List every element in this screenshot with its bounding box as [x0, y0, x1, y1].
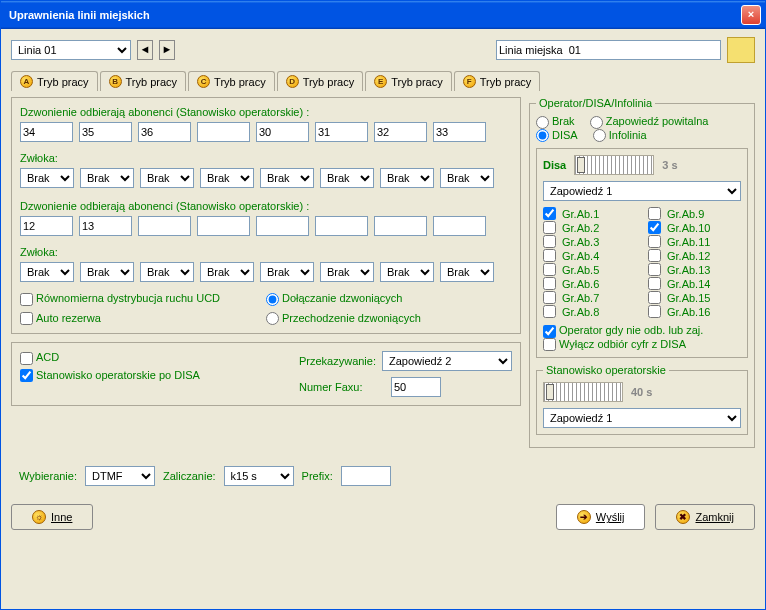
inne-button[interactable]: ☼Inne [11, 504, 93, 530]
ab-2-8[interactable] [433, 216, 486, 236]
radio-dolaczanie[interactable]: Dołączanie dzwoniących [266, 292, 402, 304]
zw-1-1[interactable]: Brak [20, 168, 74, 188]
line-select[interactable]: Linia 01 [11, 40, 131, 60]
zw-2-1[interactable]: Brak [20, 262, 74, 282]
chk-grab-1[interactable]: Gr.Ab.1 [543, 207, 636, 220]
chk-grab-16[interactable]: Gr.Ab.16 [648, 305, 741, 318]
przekaz-label: Przekazywanie: [299, 355, 376, 367]
ab-1-3[interactable] [138, 122, 191, 142]
prev-line-button[interactable]: ◄ [137, 40, 153, 60]
ab-1-1[interactable] [20, 122, 73, 142]
ab-1-4[interactable] [197, 122, 250, 142]
prefix-field[interactable] [341, 466, 391, 486]
ab-2-3[interactable] [138, 216, 191, 236]
chk-grab-8[interactable]: Gr.Ab.8 [543, 305, 636, 318]
stanowisko-legend: Stanowisko operatorskie [543, 364, 669, 376]
zw-2-3[interactable]: Brak [140, 262, 194, 282]
zw-2-6[interactable]: Brak [320, 262, 374, 282]
abonenci-row-1 [20, 122, 512, 142]
chk-grab-6[interactable]: Gr.Ab.6 [543, 277, 636, 290]
ab-2-7[interactable] [374, 216, 427, 236]
zw-1-7[interactable]: Brak [380, 168, 434, 188]
zw-2-2[interactable]: Brak [80, 262, 134, 282]
chk-grab-2[interactable]: Gr.Ab.2 [543, 221, 636, 234]
chk-auto-rezerwa[interactable]: Auto rezerwa [20, 312, 101, 324]
stanowisko-slider[interactable] [543, 382, 623, 402]
ab-2-2[interactable] [79, 216, 132, 236]
radio-przechodzenie[interactable]: Przechodzenie dzwoniących [266, 312, 421, 324]
chk-grab-13[interactable]: Gr.Ab.13 [648, 263, 741, 276]
zaliczanie-select[interactable]: k15 s [224, 466, 294, 486]
tab-d[interactable]: DTryb pracy [277, 71, 364, 91]
tab-f[interactable]: FTryb pracy [454, 71, 541, 91]
ab-1-7[interactable] [374, 122, 427, 142]
tab-a[interactable]: ATryb pracy [11, 71, 98, 91]
radio-brak[interactable]: Brak [536, 115, 575, 127]
zw-1-2[interactable]: Brak [80, 168, 134, 188]
ab-1-2[interactable] [79, 122, 132, 142]
chk-grab-9[interactable]: Gr.Ab.9 [648, 207, 741, 220]
zw-1-5[interactable]: Brak [260, 168, 314, 188]
disa-label: Disa [543, 159, 566, 171]
tab-c[interactable]: CTryb pracy [188, 71, 275, 91]
zw-2-5[interactable]: Brak [260, 262, 314, 282]
send-icon: ➔ [577, 510, 591, 524]
chk-stanowisko-po-disa[interactable]: Stanowisko operatorskie po DISA [20, 369, 200, 381]
ab-2-5[interactable] [256, 216, 309, 236]
zaliczanie-label: Zaliczanie: [163, 470, 216, 482]
ab-1-6[interactable] [315, 122, 368, 142]
stanowisko-select[interactable]: Zapowiedź 1 [543, 408, 741, 428]
line-name-field[interactable] [496, 40, 721, 60]
chk-grab-14[interactable]: Gr.Ab.14 [648, 277, 741, 290]
przekaz-select[interactable]: Zapowiedź 2 [382, 351, 512, 371]
ab-1-5[interactable] [256, 122, 309, 142]
stanowisko-time: 40 s [631, 386, 652, 398]
window-title: Uprawnienia linii miejskich [9, 9, 150, 21]
zw-2-7[interactable]: Brak [380, 262, 434, 282]
disa-zapowiedz-select[interactable]: Zapowiedź 1 [543, 181, 741, 201]
ab-2-4[interactable] [197, 216, 250, 236]
chk-grab-11[interactable]: Gr.Ab.11 [648, 235, 741, 248]
zw-2-8[interactable]: Brak [440, 262, 494, 282]
chk-acd[interactable]: ACD [20, 351, 59, 363]
wyslij-button[interactable]: ➔Wyślij [556, 504, 646, 530]
disa-slider[interactable] [574, 155, 654, 175]
zamknij-button[interactable]: ✖Zamknij [655, 504, 755, 530]
chk-grab-10[interactable]: Gr.Ab.10 [648, 221, 741, 234]
tab-b[interactable]: BTryb pracy [100, 71, 187, 91]
chk-grab-12[interactable]: Gr.Ab.12 [648, 249, 741, 262]
zw-1-8[interactable]: Brak [440, 168, 494, 188]
chk-grab-15[interactable]: Gr.Ab.15 [648, 291, 741, 304]
inne-icon: ☼ [32, 510, 46, 524]
ab-2-1[interactable] [20, 216, 73, 236]
fax-label: Numer Faxu: [299, 381, 385, 393]
tab-e[interactable]: ETryb pracy [365, 71, 452, 91]
chk-ucd[interactable]: Równomierna dystrybucja ruchu UCD [20, 292, 220, 304]
radio-infolinia[interactable]: Infolinia [593, 129, 647, 141]
zw-1-6[interactable]: Brak [320, 168, 374, 188]
chk-wylacz-cyfry[interactable]: Wyłącz odbiór cyfr z DISA [543, 338, 686, 350]
radio-zapowiedz[interactable]: Zapowiedź powitalna [590, 115, 709, 127]
notes-icon[interactable] [727, 37, 755, 63]
zwloka1-label: Zwłoka: [20, 152, 512, 164]
chk-operator-gdy[interactable]: Operator gdy nie odb. lub zaj. [543, 324, 703, 336]
chk-grab-3[interactable]: Gr.Ab.3 [543, 235, 636, 248]
ab-2-6[interactable] [315, 216, 368, 236]
chk-grab-5[interactable]: Gr.Ab.5 [543, 263, 636, 276]
next-line-button[interactable]: ► [159, 40, 175, 60]
zw-1-3[interactable]: Brak [140, 168, 194, 188]
grab-grid: Gr.Ab.1 Gr.Ab.9 Gr.Ab.2 Gr.Ab.10 Gr.Ab.3… [543, 207, 741, 318]
zw-1-4[interactable]: Brak [200, 168, 254, 188]
wybieranie-label: Wybieranie: [19, 470, 77, 482]
chk-grab-4[interactable]: Gr.Ab.4 [543, 249, 636, 262]
operator-legend: Operator/DISA/Infolinia [536, 97, 655, 109]
tab-bar: ATryb pracy BTryb pracy CTryb pracy DTry… [11, 71, 755, 91]
wybieranie-select[interactable]: DTMF [85, 466, 155, 486]
fax-field[interactable] [391, 377, 441, 397]
disa-time: 3 s [662, 159, 677, 171]
ab-1-8[interactable] [433, 122, 486, 142]
chk-grab-7[interactable]: Gr.Ab.7 [543, 291, 636, 304]
zw-2-4[interactable]: Brak [200, 262, 254, 282]
radio-disa[interactable]: DISA [536, 129, 578, 141]
close-icon[interactable]: × [741, 5, 761, 25]
